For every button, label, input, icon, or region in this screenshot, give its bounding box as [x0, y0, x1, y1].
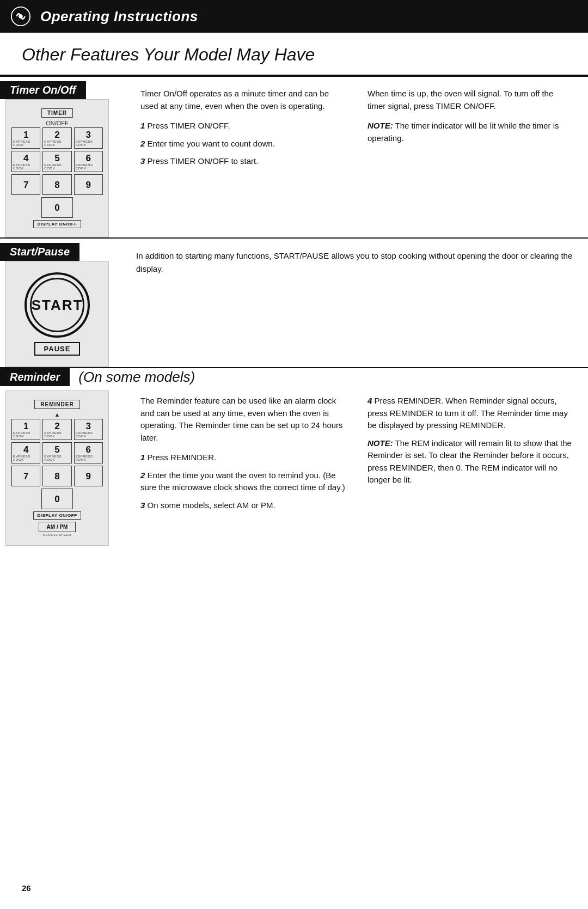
timer-step-3: 3 Press TIMER ON/OFF to start. [140, 155, 346, 168]
timer-left-col: Timer On/Off TIMER ON/OFF 1 EXPRESS COOK [0, 77, 120, 237]
reminder-step-2: 2 Enter the time you want the oven to re… [140, 469, 346, 494]
timer-intro: Timer On/Off operates as a minute timer … [140, 88, 346, 112]
timer-keypad-grid: 1 EXPRESS COOK 2 EXPRESS COOK 3 EXPRESS … [11, 127, 103, 195]
reminder-left-col: REMINDER ▲ 1 EXPRESS COOK 2 EXPRESS COOK [0, 386, 120, 546]
timer-right-col: Timer On/Off operates as a minute timer … [120, 77, 588, 184]
header-title: Operating Instructions [40, 8, 198, 25]
timer-btn-3[interactable]: 3 EXPRESS COOK [74, 127, 103, 149]
pause-label[interactable]: PAUSE [34, 342, 81, 356]
reminder-body: REMINDER ▲ 1 EXPRESS COOK 2 EXPRESS COOK [0, 386, 588, 546]
startpause-description: In addition to starting many functions, … [136, 249, 577, 276]
startpause-left-col: Start/Pause START PAUSE [0, 239, 120, 367]
startpause-section: Start/Pause START PAUSE In addition to s… [0, 237, 588, 367]
reminder-instr-col1: The Reminder feature can be used like an… [136, 395, 350, 517]
timer-step-2: 2 Enter time you want to count down. [140, 138, 346, 150]
start-label[interactable]: START [32, 297, 83, 314]
reminder-note: NOTE: The REM indicator will remain lit … [367, 437, 573, 486]
reminder-btn-2[interactable]: 2 EXPRESS COOK [42, 419, 71, 440]
reminder-btn-1[interactable]: 1 EXPRESS COOK [11, 419, 40, 440]
reminder-keypad-grid: 1 EXPRESS COOK 2 EXPRESS COOK 3 EXPRESS … [11, 419, 103, 486]
header-bar: Operating Instructions [0, 0, 588, 33]
timer-btn-6[interactable]: 6 EXPRESS COOK [74, 151, 103, 172]
timer-label: TIMER [41, 108, 73, 118]
timer-btn-4[interactable]: 4 EXPRESS COOK [11, 151, 40, 172]
timer-btn-5[interactable]: 5 EXPRESS COOK [42, 151, 71, 172]
timer-btn-0[interactable]: 0 [41, 197, 73, 218]
reminder-right-col: The Reminder feature can be used like an… [120, 386, 588, 528]
timer-sublabel: ON/OFF [11, 120, 103, 126]
startpause-header: Start/Pause [0, 243, 79, 261]
timer-keypad: TIMER ON/OFF 1 EXPRESS COOK 2 EXPRESS CO… [5, 99, 109, 237]
timer-section: Timer On/Off TIMER ON/OFF 1 EXPRESS COOK [0, 76, 588, 237]
svg-point-1 [19, 14, 23, 19]
reminder-header: Reminder [0, 368, 70, 386]
timer-btn-9[interactable]: 9 [74, 174, 103, 195]
reminder-btn-4[interactable]: 4 EXPRESS COOK [11, 442, 40, 463]
start-panel: START PAUSE [5, 261, 109, 367]
timer-btn-8[interactable]: 8 [42, 174, 71, 195]
reminder-on-some-models: (On some models) [70, 369, 195, 386]
timer-btn-1[interactable]: 1 EXPRESS COOK [11, 127, 40, 149]
reminder-btn-6[interactable]: 6 EXPRESS COOK [74, 442, 103, 463]
reminder-keypad: REMINDER ▲ 1 EXPRESS COOK 2 EXPRESS COOK [5, 391, 109, 546]
timer-note: NOTE: The timer indicator will be lit wh… [367, 120, 573, 144]
reminder-step-4: 4 Press REMINDER. When Reminder signal o… [367, 395, 573, 432]
start-inner-circle: START [30, 278, 84, 332]
timer-header: Timer On/Off [0, 81, 86, 99]
reminder-btn-8[interactable]: 8 [42, 466, 71, 486]
reminder-step-1: 1 Press REMINDER. [140, 452, 346, 464]
timer-btn-7[interactable]: 7 [11, 174, 40, 195]
reminder-ampm-sub: SCROLL SPEED [43, 533, 71, 536]
brand-icon [9, 4, 33, 28]
reminder-header-row: Reminder (On some models) [0, 368, 588, 386]
reminder-section: Reminder (On some models) REMINDER ▲ 1 E… [0, 367, 588, 546]
timer-step-1: 1 Press TIMER ON/OFF. [140, 120, 346, 132]
reminder-btn-5[interactable]: 5 EXPRESS COOK [42, 442, 71, 463]
page-number: 26 [22, 883, 31, 893]
timer-instr-col1: Timer On/Off operates as a minute timer … [136, 88, 350, 173]
reminder-btn-0[interactable]: 0 [41, 489, 73, 509]
reminder-step-3: 3 On some models, select AM or PM. [140, 499, 346, 512]
startpause-right-col: In addition to starting many functions, … [120, 239, 588, 286]
timer-btn-2[interactable]: 2 EXPRESS COOK [42, 127, 71, 149]
reminder-btn-3[interactable]: 3 EXPRESS COOK [74, 419, 103, 440]
timer-display-label: DISPLAY ON/OFF [33, 220, 81, 228]
start-outer-ring: START [24, 272, 90, 338]
page-subtitle: Other Features Your Model May Have [0, 33, 588, 76]
timer-col2-para1: When time is up, the oven will signal. T… [367, 88, 573, 112]
reminder-btn-7[interactable]: 7 [11, 466, 40, 486]
reminder-ampm-btn[interactable]: AM / PM [39, 522, 76, 532]
reminder-display-label: DISPLAY ON/OFF [33, 511, 81, 520]
reminder-intro: The Reminder feature can be used like an… [140, 395, 346, 444]
timer-instr-col2: When time is up, the oven will signal. T… [363, 88, 577, 173]
reminder-btn-9[interactable]: 9 [74, 466, 103, 486]
reminder-label: REMINDER [34, 400, 79, 409]
reminder-instr-col2: 4 Press REMINDER. When Reminder signal o… [363, 395, 577, 517]
